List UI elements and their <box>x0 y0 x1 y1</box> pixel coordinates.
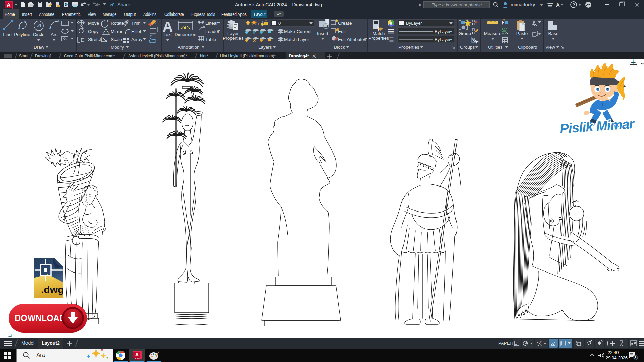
svg-text:A: A <box>7 2 11 8</box>
svg-text:Circle: Circle <box>33 32 45 37</box>
svg-text:Copy: Copy <box>88 29 99 34</box>
svg-text:Rotate: Rotate <box>111 21 124 26</box>
svg-text:Create: Create <box>338 21 352 26</box>
svg-text:Groups: Groups <box>460 45 475 50</box>
svg-text:Move: Move <box>88 21 99 26</box>
svg-text:Insert: Insert <box>317 31 328 36</box>
svg-text:Properties: Properties <box>368 36 389 41</box>
svg-text:Group: Group <box>458 31 471 36</box>
svg-text:Paste: Paste <box>516 31 528 36</box>
svg-text:Mirror: Mirror <box>111 29 123 34</box>
svg-text:ByLayer: ByLayer <box>406 21 422 26</box>
svg-text:Leader: Leader <box>205 29 220 34</box>
svg-text:Draw: Draw <box>34 45 44 50</box>
svg-text:Match: Match <box>373 31 385 36</box>
svg-text:Clipboard: Clipboard <box>518 45 537 50</box>
svg-text:Stretch: Stretch <box>88 37 102 42</box>
svg-text:Make Current: Make Current <box>284 29 312 34</box>
svg-text:Text: Text <box>164 32 172 37</box>
svg-text:Dimension: Dimension <box>175 32 196 37</box>
svg-text:Edit Attributes: Edit Attributes <box>338 37 366 42</box>
svg-text:.dwg: .dwg <box>41 284 64 295</box>
svg-text:Fillet: Fillet <box>131 29 141 34</box>
svg-text:Utilities: Utilities <box>488 45 503 50</box>
svg-text:View: View <box>545 45 555 50</box>
svg-text:Arc: Arc <box>51 32 58 37</box>
svg-text:0: 0 <box>278 21 281 26</box>
svg-text:Table: Table <box>205 37 216 42</box>
svg-text:Linear: Linear <box>205 21 218 26</box>
svg-text:Share: Share <box>117 2 130 7</box>
svg-text:Modify: Modify <box>111 45 124 50</box>
svg-text:CAD: CAD <box>135 357 140 360</box>
svg-text:Properties: Properties <box>223 36 244 41</box>
svg-text:3: 3 <box>634 356 636 360</box>
svg-text:Measure: Measure <box>484 31 502 36</box>
svg-text:Polyline: Polyline <box>14 32 30 37</box>
svg-text:ByLayer: ByLayer <box>435 37 451 42</box>
svg-text:Match Layer: Match Layer <box>284 37 309 42</box>
svg-text:Block: Block <box>334 45 345 50</box>
svg-text:Properties: Properties <box>398 45 419 50</box>
svg-text:A: A <box>135 352 139 357</box>
svg-text:Line: Line <box>3 32 12 37</box>
svg-text:ByLayer: ByLayer <box>435 29 451 34</box>
svg-text:Array: Array <box>131 37 143 42</box>
svg-text:Layer: Layer <box>227 31 239 36</box>
svg-text:A: A <box>556 2 560 8</box>
svg-text:Trim: Trim <box>131 21 141 26</box>
svg-text:Pislik Mimar: Pislik Mimar <box>559 116 635 136</box>
svg-text:Layers: Layers <box>258 45 272 50</box>
svg-text:Annotation: Annotation <box>178 45 200 50</box>
svg-text:?: ? <box>573 2 575 7</box>
svg-text:Edit: Edit <box>338 29 346 34</box>
svg-text:Base: Base <box>548 31 559 36</box>
svg-text:Scale: Scale <box>111 37 122 42</box>
